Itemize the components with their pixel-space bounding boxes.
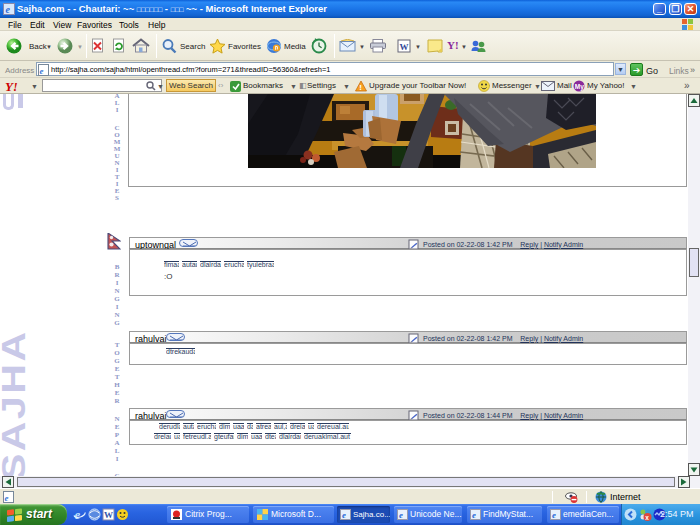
svg-text:e: e — [6, 4, 11, 15]
svg-text:e: e — [40, 66, 44, 76]
svg-text:e: e — [342, 510, 346, 520]
svg-text:e: e — [472, 510, 476, 520]
svg-text:My: My — [575, 83, 584, 91]
svg-text:e: e — [399, 510, 403, 520]
svg-text:W: W — [104, 510, 113, 520]
svg-text:x: x — [645, 514, 649, 521]
svg-text:e: e — [75, 508, 81, 521]
svg-text:e: e — [552, 510, 556, 520]
svg-text:e: e — [5, 493, 9, 503]
svg-text:!: ! — [359, 83, 362, 92]
svg-text:W: W — [400, 42, 409, 52]
